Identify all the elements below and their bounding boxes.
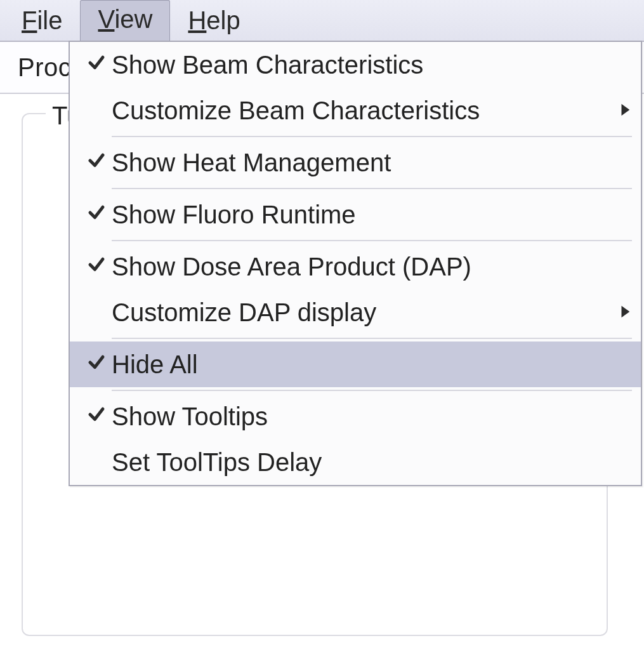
view-menu-item[interactable]: Show Beam Characteristics	[70, 42, 641, 88]
tab-label-fragment: Proc	[18, 53, 71, 81]
menu-view-label: View	[98, 5, 152, 33]
view-menu-item[interactable]: Show Heat Management	[70, 140, 641, 185]
menu-help[interactable]: Help	[170, 1, 258, 39]
submenu-arrow-slot	[607, 100, 632, 121]
check-icon	[87, 203, 106, 222]
menu-separator	[112, 136, 632, 137]
check-slot	[81, 255, 112, 279]
check-slot	[81, 53, 112, 77]
menu-item-label: Hide All	[112, 350, 607, 379]
check-icon	[87, 53, 106, 72]
menu-separator	[112, 240, 632, 241]
submenu-arrow-icon	[618, 103, 632, 117]
menu-item-label: Show Tooltips	[112, 402, 607, 431]
menu-item-label: Show Beam Characteristics	[112, 51, 607, 79]
view-menu-item[interactable]: Show Dose Area Product (DAP)	[70, 244, 641, 289]
view-menu-item[interactable]: Show Fluoro Runtime	[70, 192, 641, 237]
view-menu-item[interactable]: Customize Beam Characteristics	[70, 88, 641, 133]
menu-separator	[112, 338, 632, 339]
view-dropdown: Show Beam CharacteristicsCustomize Beam …	[69, 41, 642, 486]
menu-file[interactable]: File	[4, 1, 80, 39]
check-slot	[81, 405, 112, 428]
check-slot	[81, 151, 112, 175]
menu-item-label: Customize Beam Characteristics	[112, 96, 607, 125]
check-icon	[87, 255, 106, 274]
menu-item-label: Show Dose Area Product (DAP)	[112, 253, 607, 281]
view-menu-item[interactable]: Show Tooltips	[70, 394, 641, 439]
menu-separator	[112, 188, 632, 189]
view-menu-item[interactable]: Set ToolTips Delay	[70, 439, 641, 485]
submenu-arrow-slot	[607, 302, 632, 323]
view-menu-item[interactable]: Customize DAP display	[70, 289, 641, 335]
check-icon	[87, 151, 106, 170]
menu-file-label: File	[22, 6, 62, 34]
submenu-arrow-icon	[618, 305, 632, 319]
menu-view[interactable]: View	[80, 0, 170, 41]
check-slot	[81, 203, 112, 227]
menu-help-label: Help	[188, 6, 240, 34]
check-icon	[87, 405, 106, 424]
check-icon	[87, 353, 106, 372]
menu-item-label: Show Heat Management	[112, 149, 607, 177]
menu-item-label: Customize DAP display	[112, 298, 607, 327]
menu-separator	[112, 390, 632, 391]
menubar: File View Help	[0, 0, 644, 42]
menu-item-label: Set ToolTips Delay	[112, 448, 607, 477]
view-menu-item[interactable]: Hide All	[70, 342, 641, 387]
check-slot	[81, 353, 112, 376]
menu-item-label: Show Fluoro Runtime	[112, 201, 607, 229]
